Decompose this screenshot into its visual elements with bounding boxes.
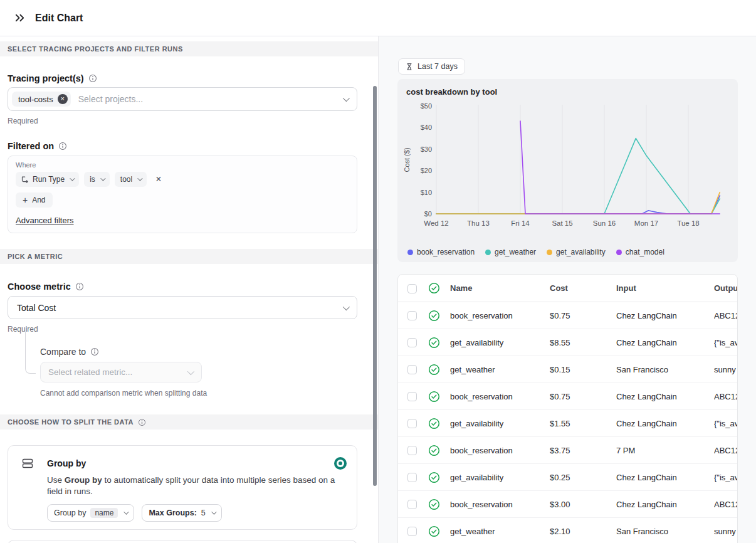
remove-filter-icon[interactable]: × xyxy=(155,174,161,184)
legend-label: chat_model xyxy=(626,248,664,256)
compare-metric-placeholder: Select related metric... xyxy=(48,367,132,377)
group-by-radio[interactable] xyxy=(334,457,347,470)
table-row[interactable]: get_availability $8.55 Chez LangChain {"… xyxy=(398,329,737,356)
section-header-split: CHOOSE HOW TO SPLIT THE DATA xyxy=(0,414,378,430)
status-success-icon xyxy=(428,525,440,537)
time-range-button[interactable]: Last 7 days xyxy=(398,58,465,75)
selected-project-label: tool-costs xyxy=(18,95,53,104)
chevron-down-icon xyxy=(211,509,216,514)
choose-metric-label: Choose metric xyxy=(8,282,71,292)
collapse-panel-button[interactable] xyxy=(10,9,29,28)
svg-text:$20: $20 xyxy=(421,167,432,174)
advanced-filters-link[interactable]: Advanced filters xyxy=(16,216,74,225)
run-input: San Francisco xyxy=(616,527,714,536)
remove-project-icon[interactable]: × xyxy=(58,94,68,104)
selected-project-chip[interactable]: tool-costs × xyxy=(12,92,71,107)
run-output: ABC123 xyxy=(714,392,737,401)
radio-ring xyxy=(337,460,344,467)
compare-metric-select[interactable]: Select related metric... xyxy=(40,362,202,382)
column-header-cost[interactable]: Cost xyxy=(550,283,616,293)
top-bar: Edit Chart xyxy=(0,0,756,36)
run-name: get_availability xyxy=(450,473,550,482)
max-groups-dropdown[interactable]: Max Groups: 5 xyxy=(142,504,221,522)
svg-text:Tue 18: Tue 18 xyxy=(677,219,699,227)
legend-label: get_weather xyxy=(495,248,536,256)
chevron-down-icon xyxy=(70,176,75,181)
metric-select[interactable]: Total Cost xyxy=(8,296,357,319)
row-checkbox[interactable] xyxy=(407,500,417,509)
select-all-checkbox[interactable] xyxy=(407,284,417,293)
run-cost: $0.25 xyxy=(550,473,616,482)
desc-text: Use xyxy=(47,475,65,485)
chevron-down-icon xyxy=(343,95,350,102)
column-header-input[interactable]: Input xyxy=(616,283,714,293)
filter-operator-dropdown[interactable]: is xyxy=(84,172,110,187)
table-row[interactable]: get_weather $2.10 San Francisco sunny xyxy=(398,518,737,543)
table-row[interactable]: book_reservation $3.00 Chez LangChain AB… xyxy=(398,491,737,518)
group-by-card[interactable]: Group by Use Group by to automatically s… xyxy=(8,445,357,530)
legend-label: book_reservation xyxy=(417,248,475,256)
svg-text:$0: $0 xyxy=(424,210,432,218)
row-checkbox[interactable] xyxy=(407,419,417,428)
column-header-name[interactable]: Name xyxy=(450,283,550,293)
section-header-projects: SELECT TRACING PROJECTS AND FILTER RUNS xyxy=(0,41,378,56)
table-row[interactable]: get_availability $0.25 Chez LangChain {"… xyxy=(398,464,737,491)
required-note: Required xyxy=(8,325,357,334)
edit-chart-config-panel: SELECT TRACING PROJECTS AND FILTER RUNS … xyxy=(0,36,378,543)
run-name: book_reservation xyxy=(450,500,550,509)
chevron-down-icon xyxy=(100,176,105,181)
add-and-filter-button[interactable]: + And xyxy=(16,192,53,208)
filter-field-dropdown[interactable]: Run Type xyxy=(16,172,79,187)
run-input: Chez LangChain xyxy=(616,311,714,320)
row-checkbox[interactable] xyxy=(407,527,417,536)
svg-text:$40: $40 xyxy=(421,124,432,131)
column-header-output[interactable]: Output xyxy=(714,283,737,293)
left-panel-scrollbar[interactable] xyxy=(373,86,377,486)
info-icon xyxy=(75,282,84,291)
run-output: {"is_av xyxy=(714,473,737,482)
project-select-placeholder: Select projects... xyxy=(78,94,144,104)
status-success-icon xyxy=(428,391,440,403)
run-cost: $3.75 xyxy=(550,446,616,455)
legend-item: get_availability xyxy=(547,248,606,256)
run-name: book_reservation xyxy=(450,392,550,401)
run-name: get_weather xyxy=(450,365,550,374)
run-cost: $0.75 xyxy=(550,392,616,401)
table-row[interactable]: get_weather $0.15 San Francisco sunny xyxy=(398,356,737,383)
status-success-icon xyxy=(428,498,440,510)
filter-value-dropdown[interactable]: tool xyxy=(115,172,147,187)
table-row[interactable]: get_availability $1.55 Chez LangChain {"… xyxy=(398,410,737,437)
run-cost: $0.15 xyxy=(550,365,616,374)
run-output: sunny xyxy=(714,527,737,536)
tracing-projects-label: Tracing project(s) xyxy=(8,73,84,83)
svg-text:$50: $50 xyxy=(421,102,432,110)
chart-preview-panel: Last 7 days cost breakdown by tool Wed 1… xyxy=(378,36,756,543)
run-input: Chez LangChain xyxy=(616,500,714,509)
row-checkbox[interactable] xyxy=(407,338,417,347)
row-checkbox[interactable] xyxy=(407,446,417,455)
row-checkbox[interactable] xyxy=(407,392,417,401)
info-icon xyxy=(58,142,67,150)
run-name: get_weather xyxy=(450,527,550,536)
run-cost: $1.55 xyxy=(550,419,616,428)
radio-dot xyxy=(339,461,342,465)
row-checkbox[interactable] xyxy=(407,365,417,374)
tracing-projects-select[interactable]: tool-costs × Select projects... xyxy=(8,87,357,111)
legend-label: get_availability xyxy=(556,248,606,256)
group-by-field-label: Group by xyxy=(54,509,86,517)
run-name: book_reservation xyxy=(450,446,550,455)
group-by-field-dropdown[interactable]: Group by name xyxy=(47,504,134,522)
legend-item: chat_model xyxy=(616,248,664,256)
run-input: 7 PM xyxy=(616,446,714,455)
table-row[interactable]: book_reservation $0.75 Chez LangChain AB… xyxy=(398,302,737,329)
run-input: San Francisco xyxy=(616,365,714,374)
plus-icon: + xyxy=(23,196,28,204)
row-checkbox[interactable] xyxy=(407,473,417,482)
table-row[interactable]: book_reservation $0.75 Chez LangChain AB… xyxy=(398,383,737,410)
run-output: {"is_av xyxy=(714,338,737,347)
status-success-icon xyxy=(428,337,440,349)
desc-bold: Group by xyxy=(65,475,102,485)
row-checkbox[interactable] xyxy=(407,311,417,320)
compare-to-block: Compare to Select related metric... Cann… xyxy=(8,347,357,398)
table-row[interactable]: book_reservation $3.75 7 PM ABC123 xyxy=(398,437,737,464)
